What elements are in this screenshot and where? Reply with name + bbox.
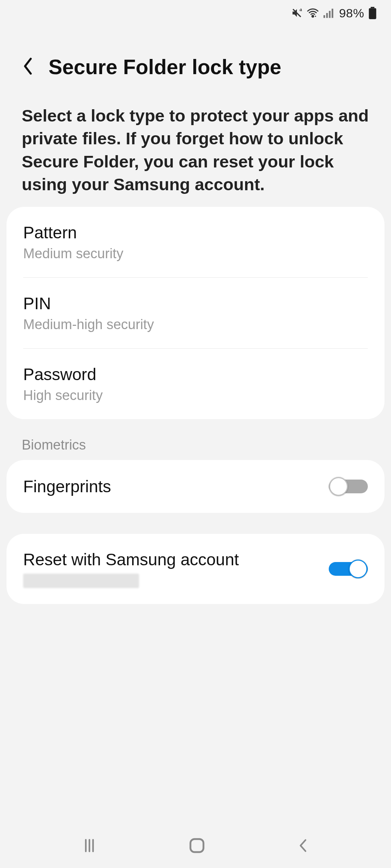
svg-rect-5	[332, 9, 333, 18]
status-bar: 98%	[0, 0, 391, 26]
page-title: Secure Folder lock type	[49, 55, 281, 79]
home-icon[interactable]	[187, 836, 207, 857]
reset-label: Reset with Samsung account	[23, 550, 239, 569]
back-icon[interactable]	[22, 56, 34, 77]
lock-option-label: Pattern	[23, 223, 368, 242]
lock-option-pattern[interactable]: Pattern Medium security	[7, 207, 384, 277]
reset-toggle[interactable]	[329, 558, 368, 579]
signal-icon	[323, 8, 334, 18]
lock-option-sub: High security	[23, 388, 368, 403]
svg-rect-11	[190, 839, 203, 852]
fingerprints-toggle[interactable]	[329, 476, 368, 497]
section-biometrics-label: Biometrics	[0, 419, 391, 460]
recents-icon[interactable]	[81, 837, 98, 856]
battery-icon	[369, 7, 377, 19]
nav-bar	[0, 825, 391, 868]
reset-card: Reset with Samsung account	[7, 534, 384, 604]
back-nav-icon[interactable]	[296, 837, 310, 856]
svg-rect-2	[324, 15, 325, 18]
svg-rect-6	[371, 7, 374, 8]
lock-option-sub: Medium-high security	[23, 317, 368, 332]
svg-rect-3	[326, 13, 328, 18]
fingerprints-label: Fingerprints	[23, 477, 111, 496]
battery-percent: 98%	[339, 6, 364, 20]
lock-option-sub: Medium security	[23, 246, 368, 261]
biometrics-card: Fingerprints	[7, 460, 384, 513]
reset-row[interactable]: Reset with Samsung account	[7, 534, 384, 604]
status-icons: 98%	[291, 6, 377, 20]
wifi-icon	[306, 7, 319, 19]
page-description: Select a lock type to protect your apps …	[0, 93, 391, 207]
lock-type-card: Pattern Medium security PIN Medium-high …	[7, 207, 384, 419]
lock-option-pin[interactable]: PIN Medium-high security	[7, 278, 384, 348]
svg-rect-7	[369, 8, 376, 19]
fingerprints-row[interactable]: Fingerprints	[7, 460, 384, 513]
svg-rect-4	[329, 11, 331, 18]
lock-option-password[interactable]: Password High security	[7, 349, 384, 419]
mute-icon	[291, 7, 303, 19]
lock-option-label: PIN	[23, 294, 368, 313]
svg-point-1	[312, 16, 314, 17]
lock-option-label: Password	[23, 365, 368, 384]
reset-account-redacted	[23, 574, 139, 588]
header: Secure Folder lock type	[0, 26, 391, 93]
